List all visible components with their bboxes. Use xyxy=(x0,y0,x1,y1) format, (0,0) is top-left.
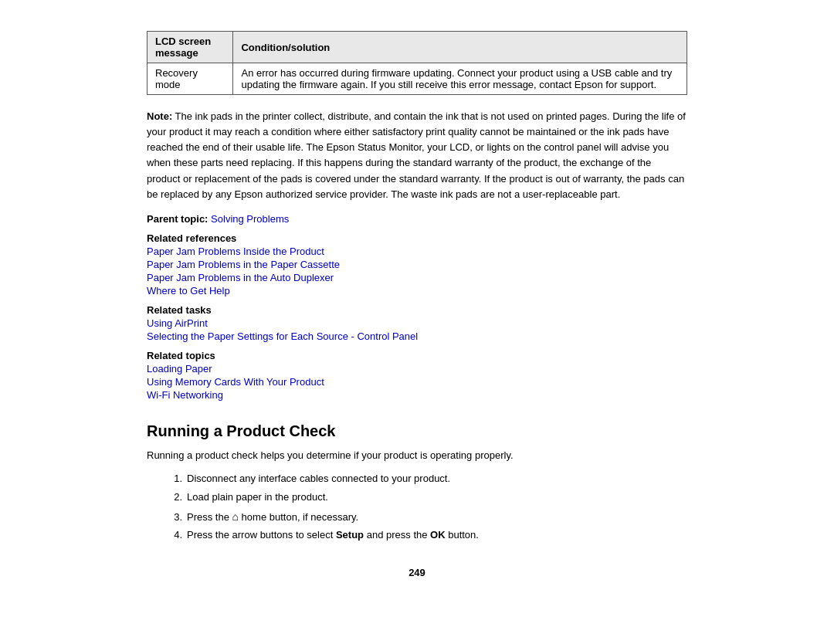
related-references-section: Related references Paper Jam Problems In… xyxy=(147,232,687,297)
related-tasks-label: Related tasks xyxy=(147,304,687,316)
related-reference-link[interactable]: Paper Jam Problems in the Auto Duplexer xyxy=(147,272,687,283)
step-number: 1. xyxy=(170,471,182,487)
step-item: 3.Press the ⌂ home button, if necessary. xyxy=(170,508,687,526)
note-label: Note: xyxy=(147,110,172,122)
table-header-condition: Condition/solution xyxy=(233,32,687,63)
page-number: 249 xyxy=(147,567,687,578)
related-topic-link[interactable]: Loading Paper xyxy=(147,363,687,375)
related-reference-link[interactable]: Where to Get Help xyxy=(147,285,687,297)
step-text: Disconnect any interface cables connecte… xyxy=(187,471,450,487)
related-task-link[interactable]: Selecting the Paper Settings for Each So… xyxy=(147,330,687,342)
related-references-label: Related references xyxy=(147,232,687,244)
related-topics-links: Loading PaperUsing Memory Cards With You… xyxy=(147,363,687,401)
table-header-message: LCD screen message xyxy=(147,32,233,63)
step-item: 4.Press the arrow buttons to select Setu… xyxy=(170,527,687,544)
note-text: The ink pads in the printer collect, dis… xyxy=(147,110,686,200)
section-heading: Running a Product Check xyxy=(147,422,687,440)
related-topic-link[interactable]: Using Memory Cards With Your Product xyxy=(147,376,687,388)
step-number: 3. xyxy=(170,510,182,526)
step-number: 4. xyxy=(170,527,182,544)
related-topics-section: Related topics Loading PaperUsing Memory… xyxy=(147,350,687,401)
related-tasks-links: Using AirPrintSelecting the Paper Settin… xyxy=(147,317,687,342)
home-icon: ⌂ xyxy=(232,510,239,523)
parent-topic-line: Parent topic: Solving Problems xyxy=(147,213,687,225)
step-number: 2. xyxy=(170,490,182,506)
step-item: 2.Load plain paper in the product. xyxy=(170,490,687,506)
step-item: 1.Disconnect any interface cables connec… xyxy=(170,471,687,487)
related-topics-label: Related topics xyxy=(147,350,687,361)
table-cell-message: Recovery mode xyxy=(147,63,233,95)
table-cell-condition: An error has occurred during firmware up… xyxy=(233,63,687,95)
note-paragraph: Note: The ink pads in the printer collec… xyxy=(147,109,687,202)
related-tasks-section: Related tasks Using AirPrintSelecting th… xyxy=(147,304,687,342)
related-task-link[interactable]: Using AirPrint xyxy=(147,317,687,329)
related-reference-link[interactable]: Paper Jam Problems Inside the Product xyxy=(147,246,687,257)
page-container: LCD screen message Condition/solution Re… xyxy=(116,15,718,594)
parent-topic-label: Parent topic: xyxy=(147,213,208,225)
related-references-links: Paper Jam Problems Inside the ProductPap… xyxy=(147,246,687,297)
steps-list: 1.Disconnect any interface cables connec… xyxy=(170,471,687,544)
intro-paragraph: Running a product check helps you determ… xyxy=(147,448,687,463)
parent-topic-link[interactable]: Solving Problems xyxy=(211,213,289,225)
step-text: Press the arrow buttons to select Setup … xyxy=(187,527,479,544)
step-text: Press the ⌂ home button, if necessary. xyxy=(187,508,358,526)
related-reference-link[interactable]: Paper Jam Problems in the Paper Cassette xyxy=(147,259,687,270)
related-topic-link[interactable]: Wi-Fi Networking xyxy=(147,389,687,401)
step-text: Load plain paper in the product. xyxy=(187,490,328,506)
error-table: LCD screen message Condition/solution Re… xyxy=(147,31,687,95)
